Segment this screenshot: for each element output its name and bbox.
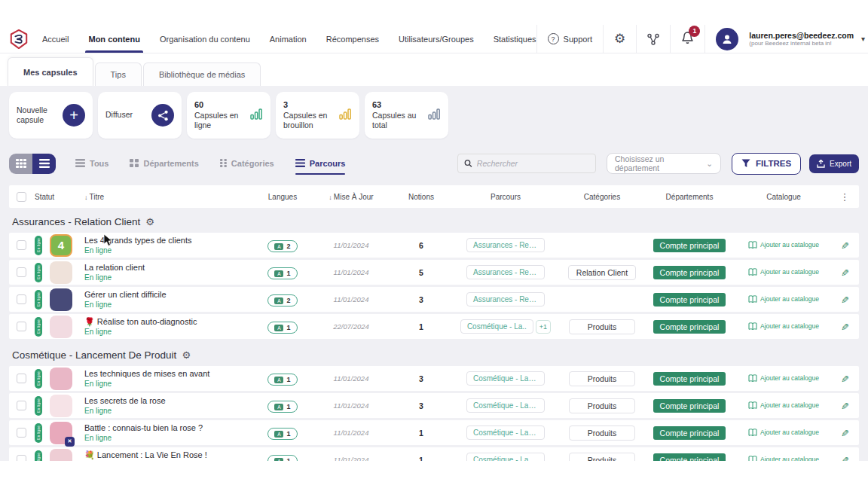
edit-pencil-icon[interactable]: ✎ bbox=[841, 240, 849, 252]
filters-button[interactable]: FILTRES bbox=[732, 153, 801, 175]
languages-pill[interactable]: A1 bbox=[267, 322, 297, 334]
parcours-chip[interactable]: Cosmétique - Lance.. bbox=[466, 453, 545, 461]
share-icon[interactable] bbox=[151, 104, 174, 127]
column-header-d-partements[interactable]: Départements bbox=[645, 193, 734, 201]
departement-badge[interactable]: Compte principal bbox=[653, 293, 726, 307]
filter-tab-d-partements[interactable]: Départements bbox=[130, 151, 198, 176]
title-cell[interactable]: Battle : connais-tu bien la rose ?En lig… bbox=[84, 422, 253, 443]
sort-icon[interactable]: ↓ bbox=[329, 194, 332, 201]
capsule-thumbnail[interactable] bbox=[50, 261, 72, 284]
add-to-catalogue-button[interactable]: Ajouter au catalogue bbox=[748, 401, 819, 410]
parcours-chip[interactable]: Cosmétique - Lance.. bbox=[466, 425, 545, 440]
category-chip[interactable]: Produits bbox=[569, 319, 635, 334]
notifications-button[interactable]: 1 bbox=[671, 25, 704, 53]
edit-pencil-icon[interactable]: ✎ bbox=[841, 322, 849, 333]
languages-pill[interactable]: A1 bbox=[267, 455, 297, 461]
parcours-chip[interactable]: Cosmétique - La.. bbox=[460, 319, 533, 334]
row-checkbox[interactable] bbox=[17, 455, 26, 461]
title-cell[interactable]: Les 4 grands types de clientsEn ligne bbox=[84, 235, 253, 255]
column-header-statut[interactable]: Statut bbox=[35, 193, 81, 201]
languages-pill[interactable]: A1 bbox=[267, 267, 297, 279]
languages-pill[interactable]: A2 bbox=[267, 240, 297, 252]
languages-pill[interactable]: A1 bbox=[267, 401, 297, 413]
search-input[interactable] bbox=[477, 159, 589, 168]
title-cell[interactable]: Les techniques de mises en avantEn ligne bbox=[84, 368, 253, 389]
nouvelle-capsule-card[interactable]: Nouvelle capsule+ bbox=[9, 92, 93, 139]
add-to-catalogue-button[interactable]: Ajouter au catalogue bbox=[748, 295, 819, 303]
column-header-mise-jour[interactable]: ↓Mise À Jour bbox=[312, 193, 390, 201]
departement-badge[interactable]: Compte principal bbox=[653, 320, 726, 334]
edit-pencil-icon[interactable]: ✎ bbox=[841, 401, 849, 412]
add-to-catalogue-button[interactable]: Ajouter au catalogue bbox=[748, 456, 819, 462]
category-chip[interactable]: Produits bbox=[569, 398, 635, 413]
parcours-chip[interactable]: Assurances - Relatio.. bbox=[466, 265, 545, 279]
user-menu[interactable]: lauren.peres@beedeez.com (pour Beedeez i… bbox=[705, 25, 868, 53]
nav-item-organisation-du-contenu[interactable]: Organisation du contenu bbox=[160, 25, 250, 53]
kebab-menu-icon[interactable]: ⋮ bbox=[833, 191, 856, 203]
nav-item-animation[interactable]: Animation bbox=[270, 25, 307, 53]
category-chip[interactable]: Produits bbox=[569, 425, 635, 441]
title-cell[interactable]: 💐 Lancement : La Vie En Rose !En ligne bbox=[84, 450, 253, 461]
capsule-thumbnail[interactable] bbox=[50, 288, 72, 311]
edit-pencil-icon[interactable]: ✎ bbox=[841, 374, 849, 385]
filter-tab-tous[interactable]: Tous bbox=[75, 151, 108, 176]
versions-button[interactable] bbox=[637, 25, 670, 53]
nav-item-utilisateurs-groupes[interactable]: Utilisateurs/Groupes bbox=[399, 25, 474, 53]
add-to-catalogue-button[interactable]: Ajouter au catalogue bbox=[748, 241, 819, 249]
title-cell[interactable]: La relation clientEn ligne bbox=[84, 262, 253, 282]
parcours-chip[interactable]: Cosmétique - Lance.. bbox=[466, 398, 545, 413]
languages-pill[interactable]: A2 bbox=[267, 294, 297, 307]
row-checkbox[interactable] bbox=[17, 294, 26, 304]
parcours-chip[interactable]: Assurances - Relatio.. bbox=[466, 292, 545, 307]
edit-pencil-icon[interactable]: ✎ bbox=[841, 294, 849, 306]
languages-pill[interactable]: A1 bbox=[267, 374, 297, 386]
languages-pill[interactable]: A1 bbox=[267, 428, 297, 440]
departement-badge[interactable]: Compte principal bbox=[653, 399, 726, 413]
add-to-catalogue-button[interactable]: Ajouter au catalogue bbox=[748, 268, 819, 276]
column-header-notions[interactable]: Notions bbox=[393, 193, 449, 201]
parcours-chip[interactable]: Assurances - Relatio.. bbox=[466, 238, 545, 252]
edit-pencil-icon[interactable]: ✎ bbox=[841, 455, 849, 462]
title-cell[interactable]: 🌹 Réalise ton auto-diagnosticEn ligne bbox=[84, 316, 253, 337]
parcours-chip[interactable]: Cosmétique - Lance.. bbox=[466, 371, 545, 386]
row-checkbox[interactable] bbox=[17, 240, 26, 250]
section-gear-icon[interactable]: ⚙ bbox=[182, 349, 191, 361]
departement-badge[interactable]: Compte principal bbox=[653, 372, 726, 386]
add-to-catalogue-button[interactable]: Ajouter au catalogue bbox=[748, 429, 819, 437]
list-view-button[interactable] bbox=[32, 154, 56, 174]
departement-badge[interactable]: Compte principal bbox=[653, 453, 726, 461]
capsule-thumbnail[interactable] bbox=[50, 368, 72, 390]
beedeez-logo[interactable] bbox=[9, 29, 29, 49]
diffuser-card[interactable]: Diffuser bbox=[98, 92, 182, 139]
capsule-thumbnail[interactable] bbox=[50, 449, 72, 462]
filter-tab-parcours[interactable]: Parcours bbox=[295, 151, 346, 176]
edit-pencil-icon[interactable]: ✎ bbox=[841, 428, 849, 439]
column-header-langues[interactable]: Langues bbox=[256, 193, 309, 201]
parcours-extra-chip[interactable]: +1 bbox=[536, 320, 551, 334]
export-button[interactable]: Export bbox=[809, 154, 859, 173]
tab-biblioth-que-de-m-dias[interactable]: Bibliothèque de médias bbox=[143, 63, 261, 86]
column-header-titre[interactable]: ↓Titre bbox=[84, 193, 253, 201]
row-checkbox[interactable] bbox=[17, 401, 26, 410]
row-checkbox[interactable] bbox=[17, 322, 26, 331]
departement-badge[interactable]: Compte principal bbox=[653, 426, 726, 440]
section-gear-icon[interactable]: ⚙ bbox=[145, 216, 154, 227]
filter-tab-cat-gories[interactable]: Catégories bbox=[220, 151, 274, 176]
plus-icon[interactable]: + bbox=[63, 104, 85, 127]
add-to-catalogue-button[interactable]: Ajouter au catalogue bbox=[748, 322, 819, 331]
capsule-thumbnail[interactable]: 4 bbox=[50, 234, 72, 257]
add-to-catalogue-button[interactable]: Ajouter au catalogue bbox=[748, 374, 819, 383]
category-chip[interactable]: Produits bbox=[569, 371, 635, 386]
category-chip[interactable]: Relation Client bbox=[568, 265, 636, 280]
nav-item-mon-contenu[interactable]: Mon contenu bbox=[88, 25, 139, 53]
department-select[interactable]: Choisissez un département ⌄ bbox=[607, 153, 721, 174]
title-cell[interactable]: Les secrets de la roseEn ligne bbox=[84, 395, 253, 416]
grid-view-button[interactable] bbox=[9, 154, 32, 174]
category-chip[interactable]: Produits bbox=[569, 453, 635, 462]
departement-badge[interactable]: Compte principal bbox=[653, 266, 726, 279]
tab-mes-capsules[interactable]: Mes capsules bbox=[8, 57, 93, 86]
title-cell[interactable]: Gérer un client difficileEn ligne bbox=[84, 289, 253, 310]
capsule-thumbnail[interactable] bbox=[50, 316, 72, 338]
nav-item-statistiques[interactable]: Statistiques bbox=[494, 25, 536, 53]
departement-badge[interactable]: Compte principal bbox=[653, 239, 726, 252]
